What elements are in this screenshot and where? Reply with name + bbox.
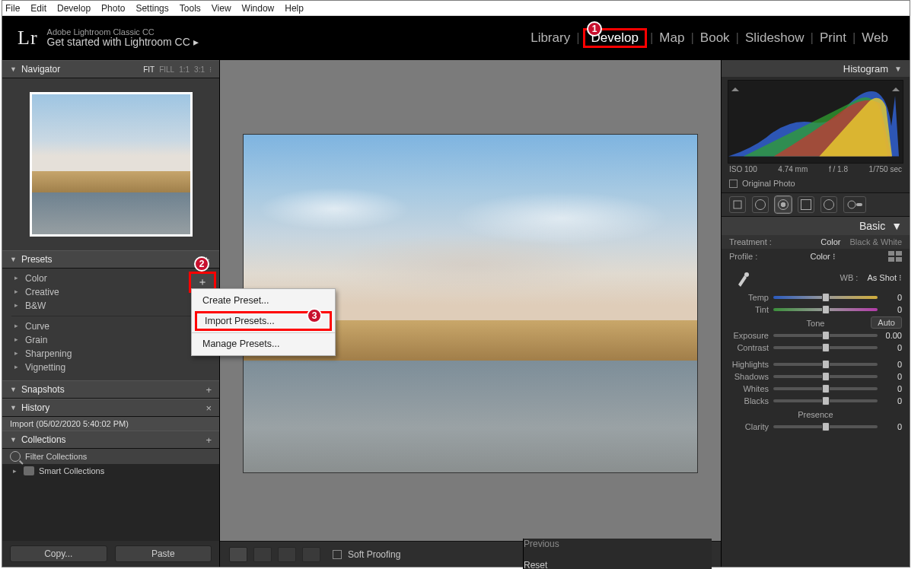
module-map[interactable]: Map [653,30,690,46]
menu-settings[interactable]: Settings [135,3,168,14]
profile-label: Profile : [729,252,757,261]
nav-3-1[interactable]: 3:1 [194,65,205,74]
highlights-value[interactable]: 0 [878,360,902,369]
blacks-slider[interactable]: Blacks0 [722,395,910,407]
history-entry[interactable]: Import (05/02/2020 5:40:02 PM) [2,417,219,431]
temp-label: Temp [729,293,773,302]
soft-proofing-checkbox[interactable] [333,550,342,559]
profile-browser-icon[interactable] [888,251,902,262]
module-print[interactable]: Print [814,30,852,46]
menu-window[interactable]: Window [242,3,275,14]
basic-header[interactable]: Basic ▼ [722,217,910,235]
add-collection-button[interactable]: + [206,434,212,446]
histogram-header[interactable]: Histogram ▼ [722,60,910,77]
preset-group[interactable]: Curve [2,319,219,333]
module-book[interactable]: Book [694,30,736,46]
swap-button[interactable] [302,547,320,562]
wb-value[interactable]: As Shot ⁝ [867,273,902,283]
contrast-value[interactable]: 0 [878,343,902,352]
whites-slider[interactable]: Whites0 [722,383,910,395]
contrast-label: Contrast [729,343,773,352]
temp-value[interactable]: 0 [878,293,902,302]
module-library[interactable]: Library [524,30,576,46]
nav-more-icon[interactable]: ⁝ [209,65,212,74]
temp-slider[interactable]: Temp0 [722,291,910,304]
clipping-highlight-icon[interactable] [892,84,900,91]
auto-button[interactable]: Auto [871,316,902,329]
collections-header[interactable]: ▼ Collections + [2,431,219,449]
histogram[interactable] [728,80,903,164]
highlights-slider[interactable]: Highlights0 [722,358,910,370]
tint-value[interactable]: 0 [878,305,902,314]
getting-started-link[interactable]: Get started with Lightroom CC ▸ [47,37,199,48]
nav-1-1[interactable]: 1:1 [179,65,190,74]
clipping-shadow-icon[interactable] [731,84,739,91]
spot-removal-tool[interactable] [752,196,769,213]
exposure-slider[interactable]: Exposure0.00 [722,329,910,342]
filter-placeholder: Filter Collections [25,452,87,461]
graduated-filter-tool[interactable] [798,196,814,213]
collections-title: Collections [21,434,66,445]
treatment-color[interactable]: Color [820,237,840,246]
paste-button[interactable]: Paste [115,545,212,562]
nav-fit[interactable]: FIT [143,65,155,74]
snapshots-header[interactable]: ▼ Snapshots + [2,380,219,399]
radial-filter-tool[interactable] [820,196,837,213]
exposure-value[interactable]: 0.00 [878,331,902,340]
clear-history-button[interactable]: × [206,402,212,414]
profile-value[interactable]: Color ⁝ [810,252,835,262]
menu-manage-presets[interactable]: Manage Presets... [192,335,335,353]
menu-develop[interactable]: Develop [57,3,91,14]
clarity-slider[interactable]: Clarity0 [722,421,910,433]
basic-title: Basic [859,220,885,232]
svg-point-1 [848,201,855,208]
filter-collections-input[interactable]: Filter Collections [2,449,219,464]
menu-photo[interactable]: Photo [101,3,125,14]
os-menu[interactable]: File Edit Develop Photo Settings Tools V… [2,1,910,16]
checkbox-icon[interactable] [729,180,738,188]
copy-button[interactable]: Copy... [10,545,107,562]
adjustment-brush-tool[interactable] [843,196,866,213]
module-web[interactable]: Web [855,30,894,46]
treatment-bw[interactable]: Black & White [850,237,902,246]
eyedropper-icon[interactable] [735,268,750,288]
callout-3: 3 [307,308,322,323]
preset-group[interactable]: Grain [2,333,219,347]
module-slideshow[interactable]: Slideshow [739,30,811,46]
navigator-header[interactable]: ▼ Navigator FIT FILL 1:1 3:1 ⁝ [2,60,219,78]
preset-group[interactable]: B&W [2,299,219,313]
clarity-value[interactable]: 0 [878,422,902,431]
menu-edit[interactable]: Edit [30,3,46,14]
navigator-thumb [30,92,193,237]
smart-collections[interactable]: Smart Collections [2,464,219,478]
tint-slider[interactable]: Tint0 [722,304,910,316]
previous-button[interactable]: Previous [524,539,712,549]
preset-group[interactable]: Creative [2,285,219,299]
add-snapshot-button[interactable]: + [206,384,212,396]
menu-view[interactable]: View [212,3,231,14]
before-after-lr-button[interactable] [253,547,272,562]
crop-tool[interactable] [729,196,746,213]
shadows-value[interactable]: 0 [878,372,902,381]
menu-create-preset[interactable]: Create Preset... [192,291,335,310]
presets-header[interactable]: ▼ Presets ＋ [2,250,219,269]
redeye-tool[interactable] [775,196,792,213]
reset-button[interactable]: Reset [524,560,712,570]
blacks-value[interactable]: 0 [878,396,902,405]
nav-fill[interactable]: FILL [159,65,174,74]
before-after-tb-button[interactable] [278,547,296,562]
shadows-slider[interactable]: Shadows0 [722,370,910,383]
preset-group[interactable]: Color [2,272,219,285]
history-header[interactable]: ▼ History × [2,399,219,417]
contrast-slider[interactable]: Contrast0 [722,342,910,354]
menu-help[interactable]: Help [285,3,304,14]
collapse-icon: ▼ [10,65,17,73]
navigator-preview[interactable] [2,78,219,250]
menu-file[interactable]: File [5,3,20,14]
preset-group[interactable]: Sharpening [2,347,219,361]
loupe-view-button[interactable] [229,547,247,562]
whites-value[interactable]: 0 [878,384,902,393]
menu-tools[interactable]: Tools [180,3,201,14]
original-photo-toggle[interactable]: Original Photo [722,176,910,192]
preset-group[interactable]: Vignetting [2,361,219,374]
